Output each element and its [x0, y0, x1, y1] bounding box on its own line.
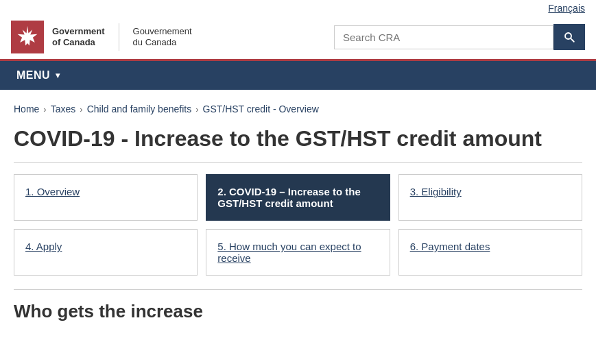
- menu-chevron-icon: ▾: [56, 71, 60, 80]
- search-input[interactable]: [334, 25, 553, 49]
- section-title: Who gets the increase: [14, 301, 582, 322]
- header: Governmentof Canada Gouvernementdu Canad…: [0, 15, 596, 61]
- breadcrumb-home[interactable]: Home: [14, 104, 39, 114]
- breadcrumb: Home › Taxes › Child and family benefits…: [14, 98, 582, 125]
- gov-name-en-line1: Governmentof Canada: [52, 26, 105, 47]
- svg-line-1: [571, 38, 574, 42]
- canada-flag: [11, 21, 44, 53]
- logo-divider: [119, 23, 119, 51]
- breadcrumb-gst-overview[interactable]: GST/HST credit - Overview: [203, 104, 319, 114]
- nav-grid-row2: 4. Apply 5. How much you can expect to r…: [14, 229, 582, 276]
- nav-grid-row1: 1. Overview 2. COVID-19 – Increase to th…: [14, 174, 582, 221]
- logo-area: Governmentof Canada Gouvernementdu Canad…: [11, 21, 192, 53]
- gov-name-fr-line1: Gouvernementdu Canada: [133, 26, 192, 47]
- breadcrumb-sep-2: ›: [80, 104, 82, 114]
- menu-button[interactable]: MENU ▾: [11, 61, 71, 90]
- maple-leaf-icon: [15, 25, 40, 49]
- nav-link-eligibility[interactable]: 3. Eligibility: [410, 186, 462, 197]
- nav-item-covid19[interactable]: 2. COVID-19 – Increase to the GST/HST cr…: [206, 174, 390, 221]
- menu-label: MENU: [16, 69, 50, 82]
- page-title: COVID-19 - Increase to the GST/HST credi…: [14, 125, 582, 163]
- nav-item-apply[interactable]: 4. Apply: [14, 229, 198, 276]
- nav-item-eligibility[interactable]: 3. Eligibility: [398, 174, 582, 221]
- search-area: [334, 24, 585, 50]
- search-button[interactable]: [553, 24, 585, 50]
- breadcrumb-taxes[interactable]: Taxes: [51, 104, 76, 114]
- nav-item-overview[interactable]: 1. Overview: [14, 174, 198, 221]
- nav-link-payment[interactable]: 6. Payment dates: [410, 241, 490, 252]
- main-content: Home › Taxes › Child and family benefits…: [0, 90, 596, 336]
- breadcrumb-sep-3: ›: [195, 104, 198, 114]
- nav-link-apply[interactable]: 4. Apply: [25, 241, 62, 252]
- nav-link-howmuch[interactable]: 5. How much you can expect to receive: [217, 241, 361, 264]
- nav-item-payment[interactable]: 6. Payment dates: [398, 229, 582, 276]
- section-divider: [14, 289, 582, 290]
- top-bar: Français: [0, 0, 596, 15]
- search-icon: [563, 31, 575, 43]
- breadcrumb-child-benefits[interactable]: Child and family benefits: [87, 104, 192, 114]
- menu-bar: MENU ▾: [0, 61, 596, 90]
- language-toggle[interactable]: Français: [548, 3, 585, 14]
- government-name-fr: Gouvernementdu Canada: [133, 26, 192, 47]
- breadcrumb-sep-1: ›: [43, 104, 46, 114]
- government-name: Governmentof Canada: [52, 26, 105, 47]
- nav-label-covid19: 2. COVID-19 – Increase to the GST/HST cr…: [217, 186, 360, 209]
- nav-item-howmuch[interactable]: 5. How much you can expect to receive: [206, 229, 390, 276]
- nav-link-overview[interactable]: 1. Overview: [25, 186, 80, 197]
